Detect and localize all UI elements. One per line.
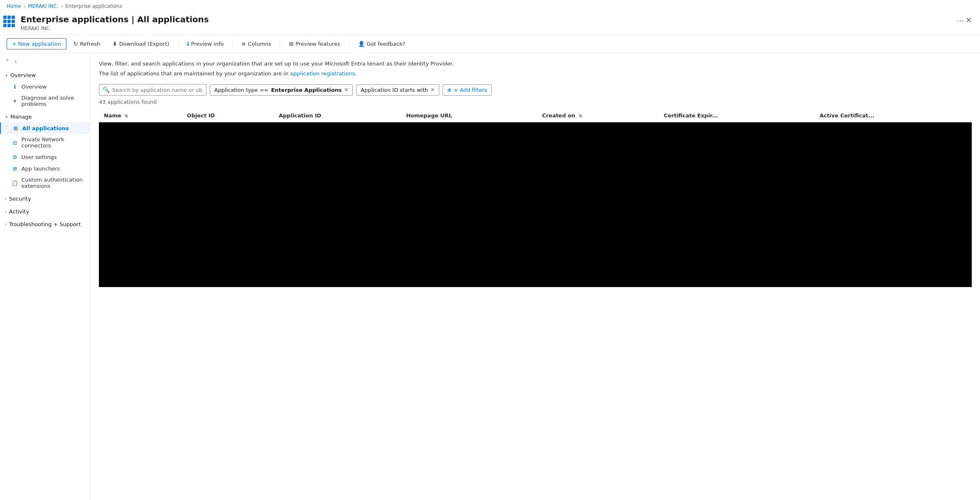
sidebar-item-custom-auth[interactable]: 📋 Custom authentication extensions: [0, 174, 90, 192]
page-title: Enterprise applications | All applicatio…: [21, 14, 954, 25]
toolbar-separator: [178, 40, 178, 48]
filter-chip-type: Application type == Enterprise Applicati…: [210, 84, 353, 96]
breadcrumb-org[interactable]: MERAKI INC.: [28, 3, 59, 9]
more-options-icon[interactable]: ···: [957, 16, 964, 25]
download-button[interactable]: ⬇ Download (Export): [107, 38, 174, 49]
new-application-button[interactable]: + New application: [7, 38, 66, 49]
chevron-down-icon-manage: ∨: [5, 114, 8, 119]
sidebar-collapse-up[interactable]: ⌃: [3, 56, 12, 66]
description-2: The list of applications that are mainta…: [99, 70, 972, 78]
sidebar-item-diagnose[interactable]: ✦ Diagnose and solve problems: [0, 92, 90, 110]
col-application-id: Application ID: [274, 109, 401, 122]
breadcrumb-home[interactable]: Home: [7, 3, 21, 9]
columns-icon: ≡: [241, 41, 246, 47]
preview-info-button[interactable]: ℹ Preview info: [182, 38, 229, 49]
chevron-right-icon-troubleshooting: ›: [5, 222, 7, 227]
chevron-right-icon-security: ›: [5, 196, 7, 201]
description-1: View, filter, and search applications in…: [99, 60, 972, 68]
data-table: Name ⇅ Object ID Application ID Homepage…: [99, 109, 972, 287]
toolbar: + New application ↻ Refresh ⬇ Download (…: [0, 35, 980, 53]
sidebar-manage-toggle[interactable]: ∨ Manage: [0, 111, 90, 122]
app-launchers-icon: ⊞: [12, 165, 18, 172]
page-header: Enterprise applications | All applicatio…: [0, 12, 980, 35]
refresh-button[interactable]: ↻ Refresh: [68, 38, 106, 49]
sidebar-item-private-network[interactable]: ⊟ Private Network connectors: [0, 134, 90, 151]
results-count: 43 applications found: [99, 99, 972, 105]
sidebar-section-security-label: Security: [9, 196, 31, 202]
app-registrations-link[interactable]: application registrations: [290, 70, 355, 77]
toolbar-separator-4: [349, 40, 349, 48]
sidebar: ⌃ ‹ ∨ Overview ℹ Overview ✦ Diagnose and…: [0, 53, 91, 500]
custom-auth-icon: 📋: [12, 180, 18, 186]
toolbar-separator-2: [232, 40, 233, 48]
filter-id-label: Application ID starts with: [361, 87, 428, 93]
download-icon: ⬇: [113, 41, 117, 47]
table-header: Name ⇅ Object ID Application ID Homepage…: [99, 109, 972, 122]
sidebar-section-troubleshooting: › Troubleshooting + Support: [0, 219, 90, 230]
preview-features-button[interactable]: ⊞ Preview features: [284, 38, 345, 49]
sidebar-security-toggle[interactable]: › Security: [0, 193, 90, 204]
sidebar-item-user-settings[interactable]: ⚙ User settings: [0, 151, 90, 163]
chevron-down-icon: ∨: [5, 73, 8, 77]
sidebar-section-overview: ∨ Overview ℹ Overview ✦ Diagnose and sol…: [0, 70, 90, 110]
sort-icon-created[interactable]: ⇅: [579, 114, 582, 118]
filter-chip-id: Application ID starts with ✕: [356, 84, 439, 96]
diagnose-icon: ✦: [12, 98, 18, 104]
filter-type-label: Application type ==: [214, 87, 269, 93]
sidebar-item-overview[interactable]: ℹ Overview: [0, 81, 90, 92]
sidebar-section-overview-label: Overview: [10, 72, 35, 78]
sidebar-item-app-launchers[interactable]: ⊞ App launchers: [0, 163, 90, 174]
filter-row: 🔍 Application type == Enterprise Applica…: [99, 84, 972, 96]
feedback-icon: 👤: [358, 41, 365, 47]
add-filters-button[interactable]: ⊕ + Add filters: [443, 84, 492, 96]
sort-icon-name[interactable]: ⇅: [125, 114, 128, 118]
waffle-icon: [3, 16, 16, 29]
filter-id-close-icon[interactable]: ✕: [431, 87, 435, 93]
user-settings-icon: ⚙: [12, 154, 18, 160]
sidebar-activity-toggle[interactable]: › Activity: [0, 206, 90, 217]
close-button[interactable]: ✕: [964, 14, 973, 26]
search-icon: 🔍: [103, 86, 110, 93]
search-input[interactable]: [112, 87, 203, 93]
preview-features-icon: ⊞: [289, 41, 293, 47]
filter-type-value: Enterprise Applications: [271, 87, 342, 93]
filter-type-close-icon[interactable]: ✕: [344, 87, 348, 93]
col-object-id: Object ID: [182, 109, 274, 122]
col-homepage-url: Homepage URL: [401, 109, 537, 122]
search-box[interactable]: 🔍: [99, 84, 206, 96]
sidebar-collapse-left[interactable]: ‹: [13, 56, 19, 66]
toolbar-separator-3: [280, 40, 280, 48]
sidebar-section-troubleshooting-label: Troubleshooting + Support: [9, 221, 81, 227]
col-active-cert: Active Certificat...: [815, 109, 972, 122]
col-name: Name ⇅: [99, 109, 182, 122]
breadcrumb: Home › MERAKI INC. › Enterprise applicat…: [0, 0, 980, 12]
info-icon: ℹ: [187, 41, 189, 47]
col-created-on: Created on ⇅: [537, 109, 659, 122]
main-layout: ⌃ ‹ ∨ Overview ℹ Overview ✦ Diagnose and…: [0, 53, 980, 500]
sidebar-controls: ⌃ ‹: [0, 53, 90, 68]
refresh-icon: ↻: [73, 41, 78, 47]
sidebar-section-manage: ∨ Manage ⊞ All applications ⊟ Private Ne…: [0, 111, 90, 192]
all-apps-icon: ⊞: [12, 125, 19, 131]
col-cert-expir: Certificate Expir...: [659, 109, 815, 122]
sidebar-overview-toggle[interactable]: ∨ Overview: [0, 70, 90, 81]
main-content: View, filter, and search applications in…: [91, 53, 980, 500]
sidebar-item-all-applications[interactable]: ⊞ All applications: [0, 122, 90, 134]
sidebar-section-manage-label: Manage: [10, 114, 32, 120]
sidebar-section-activity: › Activity: [0, 206, 90, 217]
sidebar-troubleshooting-toggle[interactable]: › Troubleshooting + Support: [0, 219, 90, 230]
sidebar-section-activity-label: Activity: [9, 208, 29, 215]
breadcrumb-current: Enterprise applications: [65, 3, 122, 9]
sidebar-section-security: › Security: [0, 193, 90, 204]
got-feedback-button[interactable]: 👤 Got feedback?: [353, 38, 411, 49]
header-text: Enterprise applications | All applicatio…: [21, 14, 954, 31]
org-name: MERAKI INC.: [21, 26, 954, 31]
columns-button[interactable]: ≡ Columns: [236, 38, 277, 49]
overview-icon: ℹ: [12, 83, 18, 90]
add-filter-icon: ⊕: [447, 87, 452, 93]
private-network-icon: ⊟: [12, 139, 18, 146]
table-data-black: [99, 122, 972, 287]
chevron-right-icon-activity: ›: [5, 209, 7, 214]
